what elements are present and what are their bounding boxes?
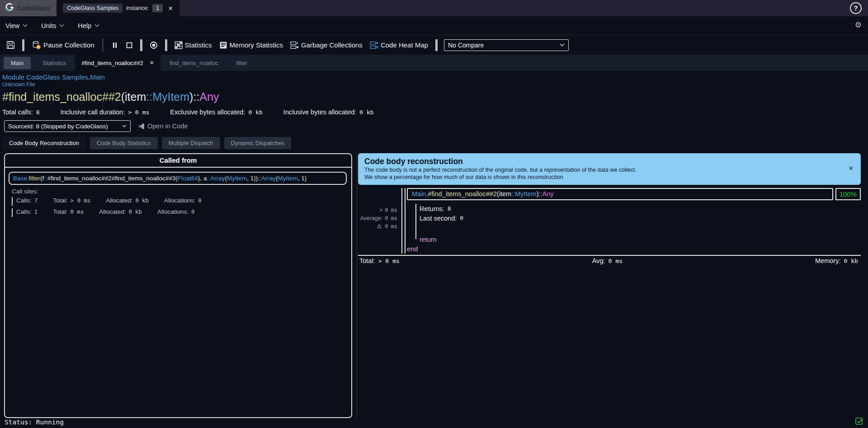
call-sites-label: Call sites:	[12, 188, 351, 195]
chevron-down-icon	[59, 24, 64, 27]
tab-find-items-noalloc-2[interactable]: #find_items_noalloc##2 ✕	[75, 55, 160, 71]
total-calls-stat: Total calls: 8	[2, 108, 40, 116]
settings-gear-icon[interactable]: ⚙	[855, 21, 862, 29]
return-keyword-line: return	[406, 235, 861, 244]
menu-units[interactable]: Units	[41, 22, 64, 29]
record-button[interactable]	[146, 41, 161, 49]
indent-guide	[415, 204, 416, 239]
memory-statistics-button[interactable]: Memory Statistics	[216, 41, 287, 49]
save-button[interactable]	[3, 41, 19, 49]
panel-divider	[357, 153, 357, 418]
pause-button[interactable]	[108, 42, 122, 49]
instance-tab-label: CodeGlass Samples	[63, 4, 123, 13]
chevron-down-icon	[122, 125, 127, 127]
code-heat-map-button[interactable]: Code Heat Map	[366, 41, 432, 49]
main-content: Module CodeGlass Samples.Main Unknown Fi…	[0, 71, 868, 418]
app-logo-tab[interactable]: CodeGlass	[0, 0, 57, 16]
open-in-code-icon	[138, 123, 145, 130]
question-icon: ?	[854, 5, 858, 12]
stop-icon	[126, 42, 133, 49]
chevron-down-icon	[560, 43, 565, 47]
database-pause-icon	[32, 40, 41, 50]
coverage-percent-badge: 100%	[835, 188, 861, 200]
footer-memory-stat: Memory: 0 kb	[815, 257, 858, 264]
info-banner-title: Code body reconstruction	[364, 156, 854, 166]
tab-multiple-dispatch[interactable]: Multiple Dispatch	[162, 137, 220, 149]
scope-bracket	[401, 188, 406, 254]
file-name: Unknown File	[1, 81, 868, 88]
save-icon	[6, 41, 15, 49]
status-bar: Status: Running	[0, 416, 868, 428]
toolbar-divider	[165, 39, 167, 51]
toolbar-divider	[22, 39, 24, 51]
garbage-collections-button[interactable]: Garbage Collections	[287, 41, 366, 49]
gutter-stat: Average:0ms	[358, 214, 397, 222]
blank-line	[406, 223, 861, 235]
inclusive-bytes-stat: Inclusive bytes allocated: 0 kb	[283, 108, 374, 116]
close-tab-icon[interactable]: ✕	[150, 60, 154, 66]
reconstruction-footer: Total: > 0 ms Avg: 0 ms Memory: 0 kb	[358, 255, 861, 266]
call-site-row[interactable]: Calls: 1 Total: 0 ms Allocated: 0 kb All…	[12, 208, 351, 217]
last-second-line: Last second: 0	[406, 213, 861, 223]
instance-label: instance:	[126, 5, 149, 11]
gutter-stat: Δ:0ms	[358, 222, 397, 230]
statistics-button[interactable]: Statistics	[171, 41, 216, 49]
summary-stats-row: Total calls: 8 Inclusive call duration: …	[1, 108, 868, 116]
returns-line: Returns: 8	[406, 204, 861, 213]
chevron-down-icon	[94, 24, 99, 27]
footer-total-stat: Total: > 0 ms	[359, 257, 400, 264]
instance-number: 1	[152, 4, 163, 12]
toolbar-divider	[103, 38, 103, 52]
info-banner-line2: We show a percentage for how much of our…	[364, 174, 854, 181]
footer-avg-stat: Avg: 0 ms	[592, 257, 623, 264]
menu-help[interactable]: Help	[78, 22, 99, 29]
menu-bar: View Units Help ⚙	[0, 16, 868, 35]
tab-code-body-statistics[interactable]: Code Body Statistics	[90, 137, 158, 149]
collection-ok-icon[interactable]	[855, 418, 863, 427]
open-in-code-button[interactable]: Open in Code	[138, 122, 188, 130]
garbage-collections-icon	[290, 41, 299, 49]
title-bar: CodeGlass CodeGlass Samples instance: 1 …	[0, 0, 868, 16]
tab-code-body-reconstruction[interactable]: Code Body Reconstruction	[2, 137, 86, 149]
toolbar-divider	[140, 39, 142, 51]
tab-main[interactable]: Main	[4, 57, 31, 69]
app-name: CodeGlass	[17, 5, 50, 12]
code-heat-map-icon	[370, 41, 378, 49]
close-instance-icon[interactable]: ✕	[168, 5, 173, 12]
view-tab-bar: Code Body Reconstruction Code Body Stati…	[1, 137, 868, 149]
source-id-select[interactable]: SourceId: 8 (Stopped by CodeGlass)	[4, 120, 131, 132]
tab-dynamic-dispatches[interactable]: Dynamic Dispatches	[224, 137, 292, 149]
menu-view[interactable]: View	[5, 22, 28, 29]
function-header-line[interactable]: Main.#find_items_noalloc##2(item::MyItem…	[407, 188, 833, 200]
function-signature: #find_items_noalloc##2(item::MyItem)::An…	[1, 89, 868, 104]
pause-collection-button[interactable]: Pause Collection	[28, 40, 98, 50]
caller-code-item[interactable]: Base.filter(f::#find_items_noalloc##2#fi…	[9, 172, 347, 185]
instance-tab[interactable]: CodeGlass Samples instance: 1 ✕	[57, 0, 179, 16]
called-from-panel: Called from Base.filter(f::#find_items_n…	[4, 153, 352, 418]
reconstruction-info-banner: Code body reconstruction The code body i…	[358, 153, 861, 185]
code-reconstruction: >0ms Average:0ms Δ:0ms Main.#find_items_…	[358, 188, 861, 254]
tab-filter[interactable]: filter	[227, 55, 257, 71]
codeglass-logo-icon	[5, 2, 14, 14]
compare-select[interactable]: No Compare	[444, 39, 569, 51]
close-banner-icon[interactable]: ✕	[849, 165, 854, 172]
source-row: SourceId: 8 (Stopped by CodeGlass) Open …	[1, 120, 868, 132]
tab-find-items-noalloc[interactable]: find_items_noalloc	[160, 55, 227, 71]
reconstructed-code: Main.#find_items_noalloc##2(item::MyItem…	[406, 188, 861, 254]
chevron-down-icon	[23, 24, 28, 27]
function-body: Returns: 8 Last second: 0 return end	[406, 200, 861, 254]
breadcrumb[interactable]: Module CodeGlass Samples.Main	[1, 73, 868, 81]
tab-statistics[interactable]: Statistics	[33, 55, 75, 71]
gutter-stat: >0ms	[358, 206, 397, 214]
record-icon	[150, 41, 158, 49]
panels: Called from Base.filter(f::#find_items_n…	[1, 153, 868, 418]
stop-button[interactable]	[122, 42, 137, 49]
status-text: Status: Running	[5, 419, 64, 426]
toolbar-divider	[435, 39, 438, 51]
document-tab-bar: Main Statistics #find_items_noalloc##2 ✕…	[0, 55, 868, 71]
call-site-row[interactable]: Calls: 7 Total: > 0 ms Allocated: 0 kb A…	[12, 197, 351, 206]
statistics-grid-icon	[175, 41, 183, 49]
help-button[interactable]: ?	[850, 2, 862, 14]
inclusive-duration-stat: Inclusive call duration: > 0 ms	[61, 108, 150, 116]
called-from-title: Called from	[5, 154, 351, 168]
